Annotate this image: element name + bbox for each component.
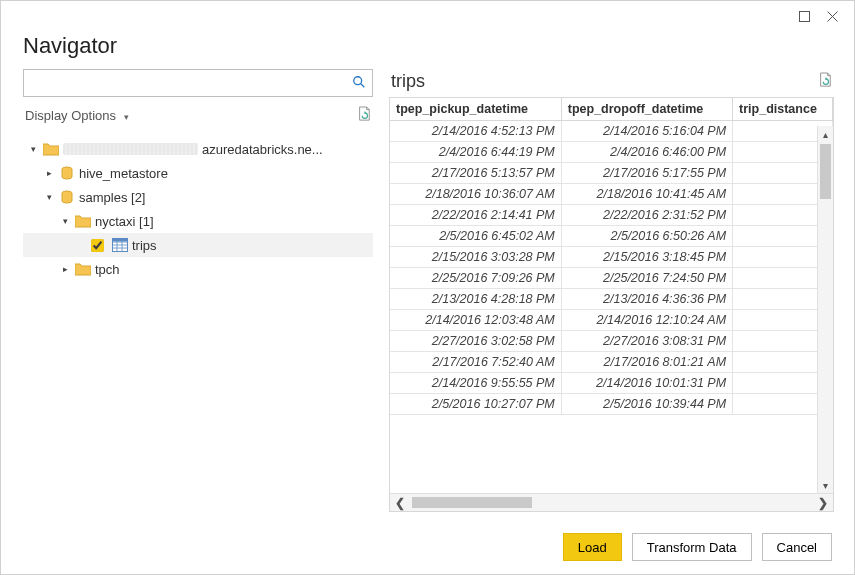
column-header[interactable]: tpep_pickup_datetime — [390, 98, 561, 121]
display-options-row: Display Options ▾ — [23, 103, 373, 127]
scroll-track[interactable] — [410, 494, 813, 511]
tree-item-nyctaxi[interactable]: nyctaxi [1] — [23, 209, 373, 233]
grid-scroll[interactable]: tpep_pickup_datetime tpep_dropoff_dateti… — [390, 98, 833, 493]
expand-toggle[interactable] — [59, 216, 71, 226]
svg-rect-5 — [113, 239, 128, 242]
table-row[interactable]: 2/22/2016 2:14:41 PM2/22/2016 2:31:52 PM — [390, 205, 833, 226]
svg-point-1 — [354, 76, 362, 84]
table-cell: 2/13/2016 4:28:18 PM — [390, 289, 561, 310]
footer: Load Transform Data Cancel — [1, 520, 854, 574]
scroll-thumb[interactable] — [412, 497, 532, 508]
database-icon — [59, 190, 75, 204]
folder-icon — [75, 262, 91, 276]
table-row[interactable]: 2/13/2016 4:28:18 PM2/13/2016 4:36:36 PM — [390, 289, 833, 310]
table-cell: 2/5/2016 10:27:07 PM — [390, 394, 561, 415]
table-row[interactable]: 2/15/2016 3:03:28 PM2/15/2016 3:18:45 PM — [390, 247, 833, 268]
refresh-preview-icon[interactable] — [818, 72, 832, 91]
search-input[interactable] — [30, 75, 352, 92]
window-maximize-button[interactable] — [790, 6, 818, 26]
display-options-label: Display Options — [25, 108, 116, 123]
folder-icon — [43, 142, 59, 156]
table-row[interactable]: 2/5/2016 6:45:02 AM2/5/2016 6:50:26 AM — [390, 226, 833, 247]
search-box[interactable] — [23, 69, 373, 97]
tree-item-hive-metastore[interactable]: hive_metastore — [23, 161, 373, 185]
transform-data-button[interactable]: Transform Data — [632, 533, 752, 561]
table-cell: 2/17/2016 5:13:57 PM — [390, 163, 561, 184]
load-button[interactable]: Load — [563, 533, 622, 561]
preview-grid: tpep_pickup_datetime tpep_dropoff_dateti… — [389, 97, 834, 512]
table-cell: 2/15/2016 3:03:28 PM — [390, 247, 561, 268]
table-cell: 2/5/2016 6:50:26 AM — [561, 226, 732, 247]
tree-item-samples[interactable]: samples [2] — [23, 185, 373, 209]
tree-item-checkbox[interactable] — [91, 239, 104, 252]
left-panel: Display Options ▾ azuredatabricks.ne... — [23, 69, 373, 512]
table-cell: 2/17/2016 8:01:21 AM — [561, 352, 732, 373]
table-cell: 2/25/2016 7:24:50 PM — [561, 268, 732, 289]
scroll-left-arrow[interactable]: ❮ — [390, 494, 410, 511]
table-cell: 2/22/2016 2:14:41 PM — [390, 205, 561, 226]
tree-item-label: trips — [132, 238, 157, 253]
table-row[interactable]: 2/14/2016 4:52:13 PM2/14/2016 5:16:04 PM — [390, 121, 833, 142]
preview-title: trips — [391, 71, 425, 92]
expand-toggle[interactable] — [43, 192, 55, 202]
table-cell: 2/14/2016 5:16:04 PM — [561, 121, 732, 142]
column-header[interactable]: trip_distance — [733, 98, 833, 121]
folder-icon — [75, 214, 91, 228]
preview-header: trips — [389, 69, 834, 97]
refresh-tree-icon[interactable] — [357, 106, 371, 125]
cancel-button[interactable]: Cancel — [762, 533, 832, 561]
database-icon — [59, 166, 75, 180]
table-cell: 2/17/2016 7:52:40 AM — [390, 352, 561, 373]
redacted-hostname — [63, 143, 198, 155]
scroll-track[interactable] — [818, 142, 833, 477]
tree-root[interactable]: azuredatabricks.ne... — [23, 137, 373, 161]
scroll-down-arrow[interactable]: ▾ — [818, 477, 833, 493]
table-row[interactable]: 2/27/2016 3:02:58 PM2/27/2016 3:08:31 PM — [390, 331, 833, 352]
svg-rect-0 — [799, 11, 809, 21]
table-cell: 2/27/2016 3:08:31 PM — [561, 331, 732, 352]
display-options-dropdown[interactable]: Display Options ▾ — [25, 108, 129, 123]
table-cell: 2/18/2016 10:36:07 AM — [390, 184, 561, 205]
data-table: tpep_pickup_datetime tpep_dropoff_dateti… — [390, 98, 833, 415]
table-row[interactable]: 2/25/2016 7:09:26 PM2/25/2016 7:24:50 PM — [390, 268, 833, 289]
table-row[interactable]: 2/17/2016 5:13:57 PM2/17/2016 5:17:55 PM — [390, 163, 833, 184]
scroll-up-arrow[interactable]: ▴ — [818, 126, 833, 142]
titlebar — [1, 1, 854, 31]
table-cell: 2/5/2016 10:39:44 PM — [561, 394, 732, 415]
column-header[interactable]: tpep_dropoff_datetime — [561, 98, 732, 121]
table-row[interactable]: 2/18/2016 10:36:07 AM2/18/2016 10:41:45 … — [390, 184, 833, 205]
table-row[interactable]: 2/14/2016 9:55:55 PM2/14/2016 10:01:31 P… — [390, 373, 833, 394]
expand-toggle[interactable] — [43, 168, 55, 178]
window-close-button[interactable] — [818, 6, 846, 26]
tree-item-label: tpch — [95, 262, 120, 277]
scroll-right-arrow[interactable]: ❯ — [813, 494, 833, 511]
tree-item-tpch[interactable]: tpch — [23, 257, 373, 281]
table-cell: 2/17/2016 5:17:55 PM — [561, 163, 732, 184]
table-cell: 2/27/2016 3:02:58 PM — [390, 331, 561, 352]
expand-toggle[interactable] — [59, 264, 71, 274]
table-row[interactable]: 2/14/2016 12:03:48 AM2/14/2016 12:10:24 … — [390, 310, 833, 331]
tree-root-label: azuredatabricks.ne... — [202, 142, 323, 157]
chevron-down-icon: ▾ — [124, 112, 129, 122]
navigator-window: Navigator Display Options ▾ — [0, 0, 855, 575]
horizontal-scrollbar[interactable]: ❮ ❯ — [390, 493, 833, 511]
search-icon[interactable] — [352, 75, 366, 92]
table-cell: 2/5/2016 6:45:02 AM — [390, 226, 561, 247]
tree-item-label: nyctaxi [1] — [95, 214, 154, 229]
scroll-thumb[interactable] — [820, 144, 831, 199]
table-row[interactable]: 2/4/2016 6:44:19 PM2/4/2016 6:46:00 PM — [390, 142, 833, 163]
page-title: Navigator — [1, 31, 854, 69]
table-cell: 2/14/2016 9:55:55 PM — [390, 373, 561, 394]
table-cell: 2/4/2016 6:44:19 PM — [390, 142, 561, 163]
expand-toggle[interactable] — [27, 144, 39, 154]
table-cell: 2/14/2016 10:01:31 PM — [561, 373, 732, 394]
table-row[interactable]: 2/5/2016 10:27:07 PM2/5/2016 10:39:44 PM — [390, 394, 833, 415]
table-cell: 2/14/2016 12:03:48 AM — [390, 310, 561, 331]
vertical-scrollbar[interactable]: ▴ ▾ — [817, 126, 833, 493]
table-cell: 2/4/2016 6:46:00 PM — [561, 142, 732, 163]
table-cell: 2/18/2016 10:41:45 AM — [561, 184, 732, 205]
table-cell: 2/14/2016 4:52:13 PM — [390, 121, 561, 142]
tree-item-trips[interactable]: trips — [23, 233, 373, 257]
body: Display Options ▾ azuredatabricks.ne... — [1, 69, 854, 520]
table-row[interactable]: 2/17/2016 7:52:40 AM2/17/2016 8:01:21 AM — [390, 352, 833, 373]
